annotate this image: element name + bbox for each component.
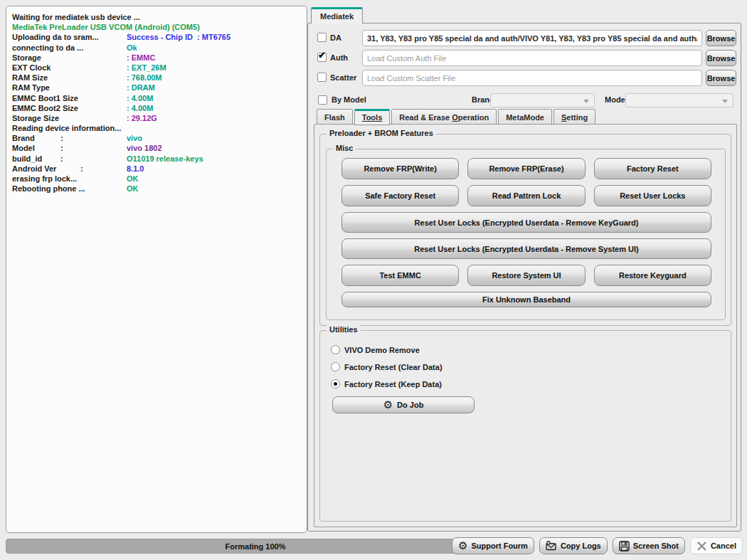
by-model-row: ✔ By Model Brand Model — [308, 93, 741, 109]
misc-button[interactable]: Test EMMC — [341, 265, 459, 286]
scatter-file-input[interactable] — [362, 70, 702, 86]
da-browse-button[interactable]: Browse — [706, 30, 736, 46]
log-line: Android Ver:8.1.0 — [6, 164, 307, 174]
log-line: MediaTek PreLoader USB VCOM (Android) (C… — [6, 22, 307, 32]
cancel-button[interactable]: Cancel — [690, 537, 743, 554]
log-line: RAM Size: 768.00M — [6, 73, 307, 83]
misc-group: Misc Remove FRP(Write)Remove FRP(Erase)F… — [326, 149, 726, 320]
radio-label: Factory Reset (Keep Data) — [344, 380, 442, 389]
log-panel: Waiting for mediatek usb device ...Media… — [6, 6, 307, 533]
tab-setting[interactable]: Setting — [553, 109, 595, 125]
support-forum-button[interactable]: ⚙ Support Fourm — [452, 537, 534, 554]
preloader-brom-group-title: Preloader + BROM Features — [327, 129, 436, 137]
chevron-down-icon — [722, 100, 728, 103]
misc-button[interactable]: Reset User Locks — [594, 185, 711, 206]
tab-read-erase-operation[interactable]: Read & Erase Operation — [391, 109, 497, 125]
tab-flash[interactable]: Flash — [317, 109, 353, 125]
da-label: DA — [330, 33, 341, 42]
misc-button[interactable]: Restore Keyguard — [594, 265, 711, 286]
close-icon — [696, 541, 707, 551]
misc-group-title: Misc — [333, 144, 356, 152]
scatter-row: ✔ Scatter Browse — [308, 70, 741, 87]
radio-label: VIVO Demo Remove — [344, 346, 420, 354]
log-line: EXT Clock: EXT_26M — [6, 63, 307, 73]
by-model-label: By Model — [332, 95, 366, 104]
flash-tool-window: Waiting for mediatek usb device ...Media… — [0, 0, 747, 560]
da-checkbox[interactable]: ✔ — [317, 33, 327, 42]
utilities-group: Utilities VIVO Demo RemoveFactory Reset … — [319, 330, 731, 522]
misc-button[interactable]: Read Pattren Lock — [467, 185, 585, 206]
misc-button[interactable]: Reset User Locks (Encrypted Userdata - R… — [341, 238, 711, 259]
inner-tab-strip: Flash Tools Read & Erase Operation MetaM… — [317, 109, 595, 125]
log-line: erasing frp lock...OK — [6, 174, 307, 184]
scatter-browse-button[interactable]: Browse — [706, 70, 736, 86]
footer-buttons: ⚙ Support Fourm Copy Logs Screen Shot — [452, 537, 743, 554]
log-line: Waiting for mediatek usb device ... — [6, 12, 307, 22]
do-job-button[interactable]: ⚙ Do Job — [332, 396, 475, 413]
log-line: Storage Size: 29.12G — [6, 113, 307, 123]
da-row: ✔ DA Browse — [308, 30, 741, 47]
radio-icon — [331, 362, 340, 371]
progress-label: Formating 100% — [226, 542, 286, 551]
auth-file-input[interactable] — [362, 50, 702, 66]
misc-button[interactable]: Factory Reset — [594, 158, 711, 179]
tools-tab-page: Preloader + BROM Features Misc Remove FR… — [314, 124, 737, 527]
screenshot-button[interactable]: Screen Shot — [613, 537, 685, 554]
misc-button[interactable]: Fix Unknown Baseband — [341, 292, 711, 307]
da-path-input[interactable] — [362, 30, 702, 46]
tab-mediatek[interactable]: Mediatek — [311, 7, 363, 23]
log-line: build_id:O11019 release-keys — [6, 154, 307, 164]
auth-row: ✔ Auth Browse — [308, 50, 741, 67]
misc-button[interactable]: Safe Factory Reset — [341, 185, 459, 206]
save-icon — [619, 541, 630, 551]
log-line: RAM Type: DRAM — [6, 83, 307, 93]
progress-bar: Formating 100% — [6, 539, 505, 554]
model-label: Model — [605, 95, 627, 104]
mediatek-panel: ✔ DA Browse ✔ Auth Browse ✔ Scatter Brow… — [307, 23, 741, 532]
log-line: Rebooting phone ...OK — [6, 184, 307, 194]
tab-metamode[interactable]: MetaMode — [498, 109, 552, 125]
utilities-group-title: Utilities — [327, 325, 361, 334]
model-select[interactable] — [625, 93, 733, 107]
misc-button[interactable]: Reset User Locks (Encrypted Userdata - R… — [341, 212, 711, 233]
log-line: Uploading da to sram...Success - Chip ID… — [6, 32, 307, 42]
auth-browse-button[interactable]: Browse — [706, 50, 736, 66]
mail-icon — [546, 541, 557, 551]
radio-icon — [331, 379, 340, 389]
copy-logs-button[interactable]: Copy Logs — [539, 537, 608, 554]
by-model-checkbox[interactable]: ✔ — [318, 95, 327, 105]
misc-button[interactable]: Restore System UI — [467, 265, 585, 286]
gear-icon: ⚙ — [458, 541, 467, 551]
scatter-label: Scatter — [330, 73, 356, 82]
log-line: connecting to da ...Ok — [6, 43, 307, 53]
brand-select[interactable] — [490, 93, 595, 107]
gear-icon: ⚙ — [383, 400, 393, 410]
chevron-down-icon — [583, 100, 589, 103]
log-line: Reading device information... — [6, 123, 307, 133]
log-line: EMMC Boot1 Size: 4.00M — [6, 93, 307, 103]
misc-button[interactable]: Remove FRP(Write) — [341, 158, 459, 179]
log-line: Model:vivo 1802 — [6, 143, 307, 153]
tab-tools[interactable]: Tools — [354, 109, 391, 125]
auth-label: Auth — [330, 53, 348, 62]
preloader-brom-group: Preloader + BROM Features Misc Remove FR… — [319, 134, 731, 326]
radio-icon — [331, 345, 340, 354]
check-icon: ✔ — [318, 50, 326, 60]
auth-checkbox[interactable]: ✔ — [317, 53, 327, 62]
log-line: EMMC Boot2 Size: 4.00M — [6, 103, 307, 113]
radio-label: Factory Reset (Clear Data) — [344, 363, 443, 371]
scatter-checkbox[interactable]: ✔ — [317, 73, 327, 82]
log-line: Storage: EMMC — [6, 53, 307, 63]
log-line: Brand:vivo — [6, 133, 307, 143]
misc-button[interactable]: Remove FRP(Erase) — [467, 158, 585, 179]
